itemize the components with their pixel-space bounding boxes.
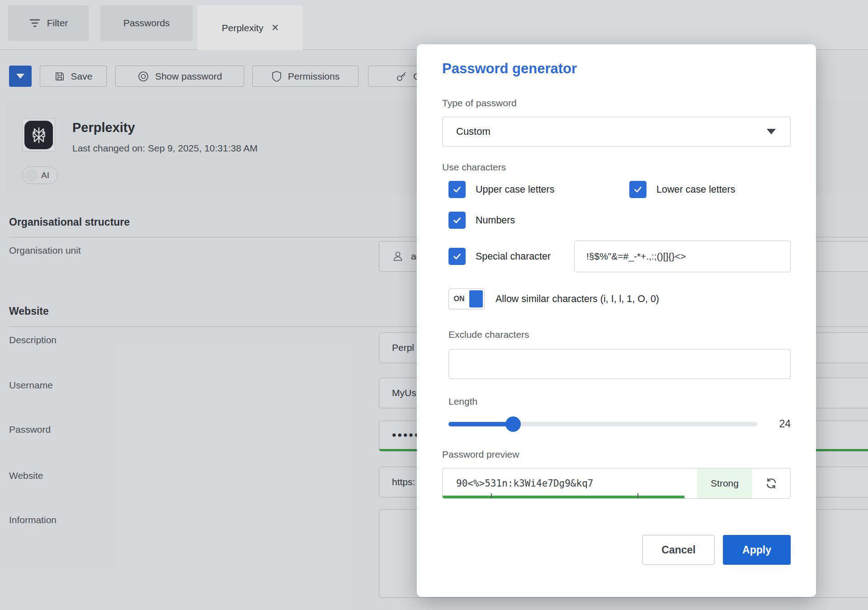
checkbox-special-character[interactable]: Special character bbox=[448, 248, 574, 265]
slider-fill bbox=[448, 422, 513, 426]
checkbox-lower-case[interactable]: Lower case letters bbox=[629, 181, 791, 198]
special-character-label: Special character bbox=[476, 251, 551, 262]
allow-similar-row: ON Allow similar characters (i, I, l, 1,… bbox=[448, 288, 791, 309]
apply-button[interactable]: Apply bbox=[723, 535, 791, 565]
special-characters-value: !§$%"&=#_-*+.,:;()[]{}<> bbox=[586, 251, 686, 262]
numbers-label: Numbers bbox=[476, 215, 515, 226]
toggle-knob bbox=[469, 290, 483, 307]
use-characters-label: Use characters bbox=[442, 162, 791, 173]
strength-tick bbox=[637, 493, 638, 498]
checkbox-numbers[interactable]: Numbers bbox=[448, 212, 629, 229]
length-value: 24 bbox=[767, 418, 791, 430]
password-preview-box: 90<%>531n:k3Wi4e7Dg9&kq7 Strong bbox=[442, 468, 791, 499]
exclude-characters-input[interactable] bbox=[448, 349, 791, 379]
checkbox-checked-icon[interactable] bbox=[448, 212, 466, 229]
length-slider[interactable] bbox=[448, 422, 757, 426]
checkbox-checked-icon[interactable] bbox=[448, 181, 466, 198]
refresh-icon bbox=[764, 477, 778, 490]
checkbox-checked-icon[interactable] bbox=[448, 248, 466, 265]
modal-title: Password generator bbox=[442, 61, 791, 77]
type-of-password-value: Custom bbox=[456, 126, 491, 137]
checkbox-checked-icon[interactable] bbox=[629, 181, 646, 198]
strength-bar bbox=[443, 496, 684, 498]
slider-thumb[interactable] bbox=[505, 416, 521, 432]
special-characters-input[interactable]: !§$%"&=#_-*+.,:;()[]{}<> bbox=[574, 241, 791, 272]
chevron-down-icon bbox=[767, 129, 776, 134]
character-checkbox-grid: Upper case letters Lower case letters Nu… bbox=[448, 181, 791, 229]
password-preview-input[interactable]: 90<%>531n:k3Wi4e7Dg9&kq7 bbox=[443, 468, 697, 498]
length-label: Length bbox=[448, 396, 791, 407]
type-of-password-label: Type of password bbox=[442, 98, 791, 109]
toggle-on-label: ON bbox=[449, 295, 469, 303]
checkbox-upper-case[interactable]: Upper case letters bbox=[448, 181, 629, 198]
allow-similar-toggle[interactable]: ON bbox=[448, 288, 485, 309]
length-slider-row: 24 bbox=[448, 418, 791, 430]
regenerate-button[interactable] bbox=[752, 468, 790, 498]
modal-footer: Cancel Apply bbox=[442, 535, 791, 565]
cancel-button[interactable]: Cancel bbox=[642, 535, 715, 565]
special-character-row: Special character !§$%"&=#_-*+.,:;()[]{}… bbox=[448, 241, 791, 272]
strength-tick bbox=[491, 493, 492, 498]
password-preview-label: Password preview bbox=[442, 449, 791, 460]
exclude-characters-label: Exclude characters bbox=[448, 329, 791, 340]
strength-badge: Strong bbox=[697, 468, 752, 498]
lower-case-label: Lower case letters bbox=[656, 184, 735, 195]
password-preview-value: 90<%>531n:k3Wi4e7Dg9&kq7 bbox=[456, 478, 593, 489]
password-generator-modal: Password generator Type of password Cust… bbox=[417, 44, 816, 597]
upper-case-label: Upper case letters bbox=[476, 184, 554, 195]
type-of-password-select[interactable]: Custom bbox=[442, 117, 791, 147]
allow-similar-label: Allow similar characters (i, I, l, 1, O,… bbox=[495, 293, 659, 305]
